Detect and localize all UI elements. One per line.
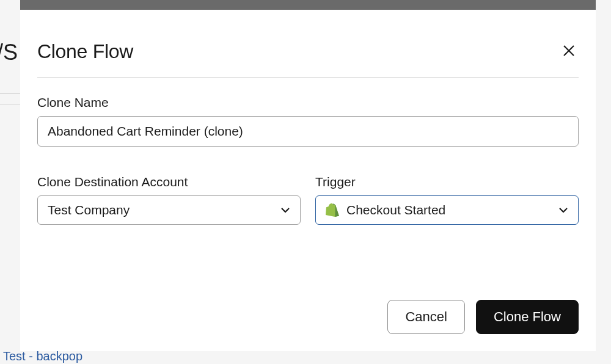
background-partial-heading: /S <box>0 40 18 65</box>
clone-name-field-group: Clone Name <box>37 95 579 147</box>
destination-value: Test Company <box>48 203 130 217</box>
background-right-panel <box>596 0 611 351</box>
destination-field-group: Clone Destination Account Test Company <box>37 175 301 225</box>
clone-flow-button[interactable]: Clone Flow <box>476 300 579 334</box>
trigger-label: Trigger <box>315 175 579 189</box>
divider <box>37 78 579 78</box>
trigger-field-group: Trigger Checkout Started <box>315 175 579 225</box>
background-left-panel: /S <box>0 0 20 364</box>
background-link[interactable]: Test - backpop <box>3 349 82 363</box>
modal-title: Clone Flow <box>37 40 133 63</box>
destination-select[interactable]: Test Company <box>37 195 301 225</box>
clone-name-label: Clone Name <box>37 95 579 110</box>
clone-name-input[interactable] <box>37 116 579 147</box>
chevron-down-icon <box>279 204 291 216</box>
background-bottom-panel: Test - backpop <box>0 351 611 364</box>
close-icon <box>562 44 576 59</box>
close-button[interactable] <box>559 42 579 62</box>
chevron-down-icon <box>557 204 569 216</box>
trigger-value: Checkout Started <box>346 203 445 217</box>
selects-row: Clone Destination Account Test Company T… <box>37 175 579 225</box>
cancel-button[interactable]: Cancel <box>387 300 464 334</box>
modal-backdrop: /S Test - backpop Clone Flow Clone Name <box>0 0 611 364</box>
shopify-icon <box>326 203 339 217</box>
destination-label: Clone Destination Account <box>37 175 301 189</box>
trigger-select[interactable]: Checkout Started <box>315 195 579 225</box>
modal-footer: Cancel Clone Flow <box>387 300 579 334</box>
modal-header: Clone Flow <box>37 40 579 63</box>
clone-flow-modal: Clone Flow Clone Name Clone Destination … <box>20 10 596 351</box>
